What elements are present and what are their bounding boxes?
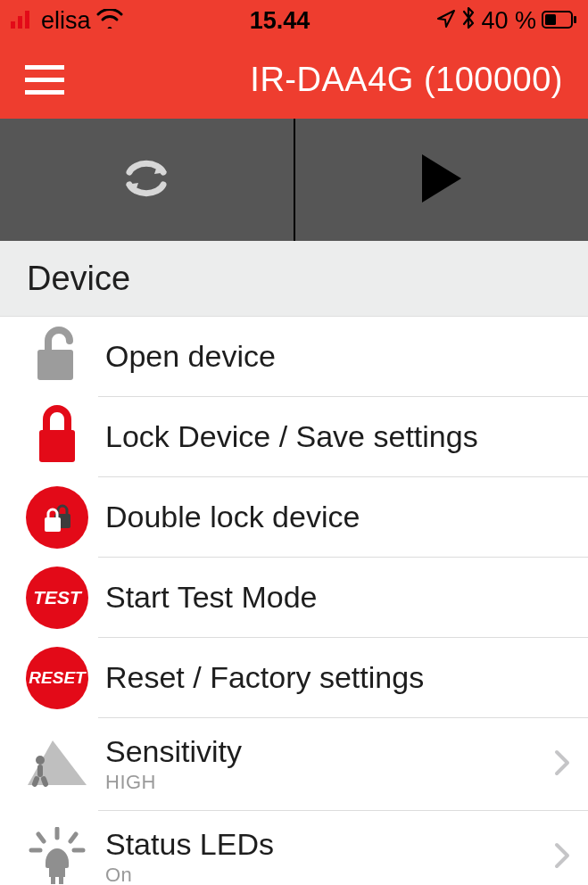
status-bar: elisa 15.44 40 %	[0, 0, 588, 41]
row-reset[interactable]: RESET Reset / Factory settings	[0, 638, 588, 718]
row-test-mode[interactable]: TEST Start Test Mode	[0, 558, 588, 638]
row-value: On	[105, 864, 588, 885]
svg-point-10	[36, 756, 45, 765]
double-lock-icon	[26, 486, 88, 549]
svg-rect-9	[45, 517, 61, 532]
row-label: Start Test Mode	[105, 580, 588, 615]
row-label: Reset / Factory settings	[105, 660, 588, 695]
chevron-right-icon	[554, 749, 570, 780]
lock-icon	[32, 403, 82, 471]
sensitivity-icon	[22, 735, 92, 794]
sync-icon	[119, 156, 174, 204]
row-sensitivity[interactable]: Sensitivity HIGH	[0, 718, 588, 811]
page-title: IR-DAA4G (100000)	[250, 61, 563, 99]
wifi-icon	[96, 7, 123, 35]
svg-rect-20	[51, 877, 55, 884]
row-label: Lock Device / Save settings	[105, 419, 588, 454]
status-time: 15.44	[250, 7, 311, 35]
svg-rect-6	[37, 350, 73, 380]
svg-rect-7	[39, 430, 75, 462]
unlock-icon	[30, 325, 84, 389]
svg-rect-11	[37, 765, 43, 777]
carrier-label: elisa	[41, 7, 91, 35]
chevron-right-icon	[554, 842, 570, 873]
test-icon: TEST	[26, 567, 88, 629]
status-right: 40 %	[436, 6, 577, 36]
row-open-device[interactable]: Open device	[0, 317, 588, 397]
row-label: Sensitivity	[105, 734, 588, 769]
row-lock-device[interactable]: Lock Device / Save settings	[0, 397, 588, 477]
sync-button[interactable]	[0, 119, 294, 241]
row-double-lock[interactable]: Double lock device	[0, 477, 588, 558]
battery-text: 40 %	[481, 7, 536, 35]
action-bar	[0, 119, 588, 241]
device-list: Open device Lock Device / Save settings	[0, 317, 588, 885]
row-label: Status LEDs	[105, 827, 588, 862]
play-button[interactable]	[294, 119, 589, 241]
signal-icon	[11, 7, 36, 35]
row-value: HIGH	[105, 771, 588, 794]
row-label: Double lock device	[105, 500, 588, 534]
svg-rect-19	[49, 868, 65, 877]
location-icon	[436, 7, 456, 35]
status-left: elisa	[11, 7, 123, 35]
svg-line-15	[38, 834, 44, 841]
svg-rect-5	[545, 14, 556, 25]
bluetooth-icon	[461, 6, 476, 36]
led-icon	[26, 827, 88, 886]
reset-icon: RESET	[26, 647, 88, 709]
section-header-device: Device	[0, 241, 588, 317]
app-header: IR-DAA4G (100000)	[0, 41, 588, 119]
svg-rect-1	[18, 16, 22, 29]
menu-button[interactable]	[25, 65, 64, 95]
row-label: Open device	[105, 339, 588, 374]
svg-rect-21	[59, 877, 63, 884]
battery-icon	[542, 7, 577, 35]
svg-rect-2	[25, 11, 29, 29]
svg-rect-4	[574, 16, 576, 23]
row-status-leds[interactable]: Status LEDs On	[0, 811, 588, 885]
play-icon	[417, 151, 467, 210]
svg-rect-0	[11, 21, 15, 29]
svg-line-16	[70, 834, 76, 841]
